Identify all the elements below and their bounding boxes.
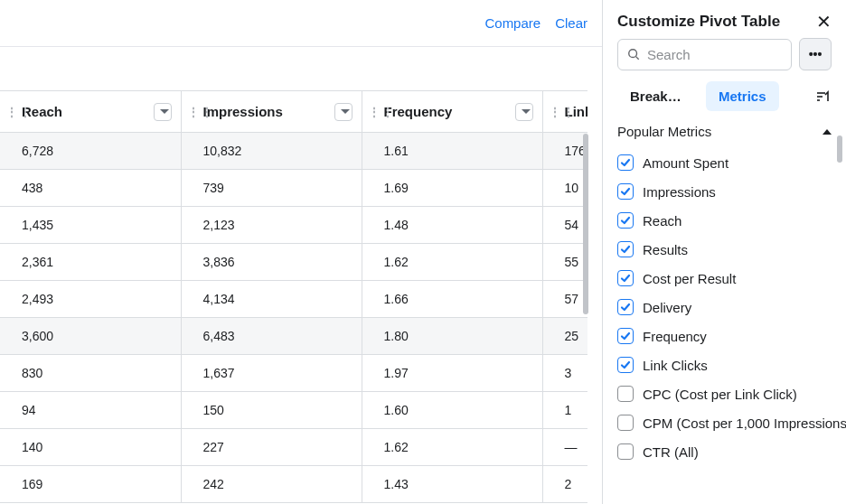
metric-label: Cost per Result [643, 271, 736, 286]
check-icon [620, 186, 631, 197]
table-cell: 739 [181, 170, 362, 207]
panel-title: Customize Pivot Table [617, 13, 780, 31]
table-row[interactable]: 1402271.62— [0, 429, 588, 466]
table-cell: 25 [542, 318, 588, 355]
column-header[interactable]: ⋮⋮Link [542, 91, 588, 133]
chevron-up-icon[interactable] [822, 129, 832, 135]
column-menu-button[interactable] [154, 103, 172, 121]
metric-row[interactable]: Impressions [617, 177, 832, 206]
search-input-wrap[interactable] [617, 39, 792, 70]
check-icon [620, 157, 631, 168]
table-row[interactable]: 8301,6371.973 [0, 355, 588, 392]
checkbox[interactable] [617, 299, 634, 315]
metric-row[interactable]: Delivery [617, 293, 832, 322]
checkbox[interactable] [617, 443, 634, 460]
checkbox[interactable] [617, 270, 634, 286]
table-cell: 2 [542, 466, 588, 503]
clear-link[interactable]: Clear [555, 15, 588, 31]
table-cell: 1.66 [362, 281, 542, 318]
compare-link[interactable]: Compare [484, 15, 540, 31]
check-icon [620, 244, 631, 255]
table-row[interactable]: 1692421.432 [0, 466, 588, 503]
table-cell: 1.62 [362, 244, 542, 281]
table-cell: 1.80 [362, 318, 542, 355]
more-button[interactable]: ••• [799, 38, 832, 70]
drag-handle-icon[interactable]: ⋮⋮ [549, 110, 576, 114]
table-cell: 1.62 [362, 429, 542, 466]
tab-metrics[interactable]: Metrics [706, 81, 779, 111]
table-cell: 830 [0, 355, 181, 392]
column-menu-button[interactable] [515, 103, 533, 121]
metric-row[interactable]: Cost per Result [617, 264, 832, 293]
table-cell: 54 [542, 207, 588, 244]
table-cell: 1.60 [362, 392, 542, 429]
table-row[interactable]: 3,6006,4831.8025 [0, 318, 588, 355]
check-icon [620, 215, 631, 226]
table-row[interactable]: 6,72810,8321.61176 [0, 133, 588, 170]
metric-label: Link Clicks [643, 358, 708, 373]
drag-handle-icon[interactable]: ⋮⋮ [368, 110, 395, 114]
metric-label: Reach [643, 213, 682, 229]
table-cell: 438 [0, 170, 181, 207]
search-input[interactable] [647, 47, 782, 62]
checkbox[interactable] [617, 328, 634, 344]
check-icon [620, 331, 631, 341]
checkbox[interactable] [617, 183, 634, 200]
metric-row[interactable]: Reach [617, 206, 832, 235]
check-icon [620, 359, 631, 370]
table-row[interactable]: 4387391.6910 [0, 170, 588, 207]
svg-point-6 [629, 50, 637, 58]
table-row[interactable]: 2,4934,1341.6657 [0, 281, 588, 318]
table-cell: 3,600 [0, 318, 181, 355]
column-header[interactable]: ⋮⋮Frequency [362, 91, 542, 133]
metric-row[interactable]: CPM (Cost per 1,000 Impressions) [617, 408, 832, 437]
metric-label: Impressions [643, 184, 716, 200]
section-title: Popular Metrics [617, 124, 711, 139]
table-cell: 1.97 [362, 355, 542, 392]
sort-icon [814, 89, 831, 105]
metric-row[interactable]: Link Clicks [617, 350, 832, 379]
metric-label: CTR (All) [643, 444, 699, 460]
table-cell: 6,483 [181, 318, 362, 355]
drag-handle-icon[interactable]: ⋮⋮ [187, 110, 214, 114]
checkbox[interactable] [617, 357, 634, 373]
checkbox[interactable] [617, 415, 634, 431]
table-cell: 4,134 [181, 281, 362, 318]
check-icon [620, 302, 631, 313]
checkbox[interactable] [617, 212, 634, 229]
tab-breakdown[interactable]: Breakdo… [617, 81, 699, 111]
drag-handle-icon[interactable]: ⋮⋮ [5, 110, 33, 114]
table-row[interactable]: 941501.601 [0, 392, 588, 429]
checkbox[interactable] [617, 386, 634, 402]
metric-row[interactable]: CPC (Cost per Link Click) [617, 379, 832, 408]
table-row[interactable]: 1,4352,1231.4854 [0, 207, 588, 244]
column-header[interactable]: ⋮⋮Impressions [181, 91, 362, 133]
checkbox[interactable] [617, 241, 634, 257]
table-row[interactable]: 2,3613,8361.6255 [0, 244, 588, 281]
search-icon [627, 48, 640, 61]
metric-row[interactable]: Amount Spent [617, 148, 832, 177]
table-scrollbar[interactable] [583, 134, 588, 314]
panel-scrollbar[interactable] [837, 135, 842, 163]
metric-label: CPM (Cost per 1,000 Impressions) [643, 415, 846, 431]
table-cell: 1,637 [181, 355, 362, 392]
sort-button[interactable] [813, 88, 832, 106]
checkbox[interactable] [617, 154, 634, 171]
table-cell: 1.61 [362, 133, 542, 170]
caret-down-icon [522, 109, 531, 114]
check-icon [620, 273, 631, 284]
metric-row[interactable]: Results [617, 235, 832, 264]
metric-row[interactable]: CTR (All) [617, 437, 832, 466]
column-header[interactable]: ⋮⋮Reach [0, 91, 181, 133]
table-cell: 1 [542, 392, 588, 429]
column-header-label: Impressions [203, 104, 283, 119]
table-cell: 169 [0, 466, 181, 503]
metric-label: Amount Spent [643, 155, 728, 171]
close-icon[interactable]: ✕ [816, 13, 832, 31]
table-cell: 242 [181, 466, 362, 503]
metric-row[interactable]: Frequency [617, 322, 832, 350]
column-menu-button[interactable] [334, 103, 352, 121]
metric-label: Results [643, 242, 688, 257]
ellipsis-icon: ••• [809, 47, 822, 61]
metric-label: Frequency [643, 329, 707, 344]
